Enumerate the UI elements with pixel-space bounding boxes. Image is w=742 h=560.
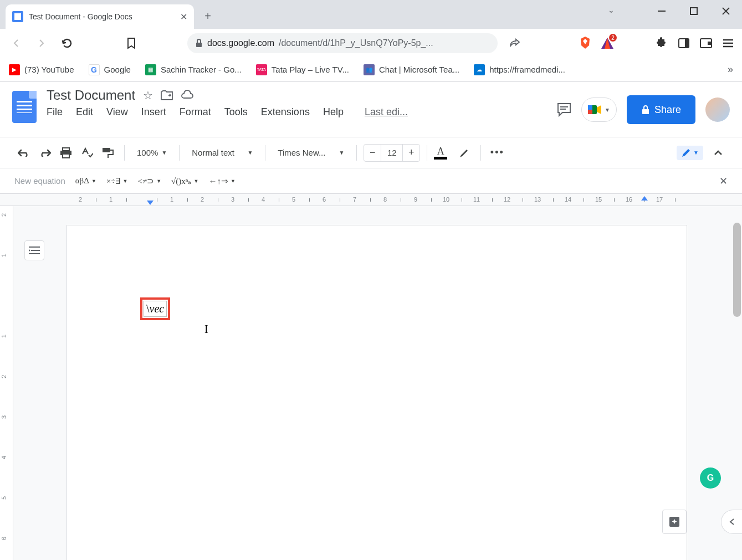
close-equation-toolbar-icon[interactable]: ✕ xyxy=(719,175,728,187)
svg-rect-0 xyxy=(658,11,666,12)
comment-history-icon[interactable] xyxy=(557,102,571,117)
tabs-dropdown-icon[interactable]: ⌄ xyxy=(608,6,615,14)
tab-title: Test Document - Google Docs xyxy=(29,12,175,21)
browser-tab[interactable]: Test Document - Google Docs ✕ xyxy=(6,4,194,29)
youtube-icon: ▶ xyxy=(9,64,20,75)
extensions-icon[interactable] xyxy=(656,37,668,49)
maximize-button[interactable] xyxy=(678,0,710,22)
back-button[interactable] xyxy=(8,35,24,52)
font-value: Times New... xyxy=(278,148,325,157)
grammarly-icon[interactable]: G xyxy=(700,467,721,489)
spellcheck-button[interactable] xyxy=(78,143,96,162)
share-url-icon[interactable] xyxy=(506,35,523,52)
document-page[interactable]: \vec I xyxy=(66,225,687,560)
highlight-button[interactable] xyxy=(455,143,474,162)
google-icon: G xyxy=(89,64,100,75)
undo-button[interactable] xyxy=(14,143,33,162)
bookmarks-overflow-icon[interactable]: » xyxy=(728,64,733,75)
lock-icon xyxy=(641,105,650,115)
pencil-icon xyxy=(681,148,691,158)
svg-rect-8 xyxy=(708,42,712,45)
menu-insert[interactable]: Insert xyxy=(141,106,166,118)
forward-button[interactable] xyxy=(33,35,50,52)
docs-header: Test Document ☆ File Edit View Insert Fo… xyxy=(0,82,742,137)
share-label: Share xyxy=(654,104,681,116)
bookmark-tata[interactable]: TATATata Play – Live TV... xyxy=(256,64,349,75)
close-window-button[interactable] xyxy=(710,0,742,22)
svg-rect-16 xyxy=(63,148,69,151)
svg-point-23 xyxy=(29,250,30,251)
document-area: 21123456 \vec I G xyxy=(0,206,742,560)
menu-file[interactable]: File xyxy=(47,106,63,118)
math-operations-dropdown[interactable]: √()xⁿₐ▼ xyxy=(171,176,198,186)
document-title[interactable]: Test Document xyxy=(47,88,135,103)
star-icon[interactable]: ☆ xyxy=(143,89,153,102)
fontsize-decrease-button[interactable]: − xyxy=(364,147,381,158)
menu-format[interactable]: Format xyxy=(180,106,211,118)
fontsize-input[interactable]: 12 xyxy=(381,145,403,161)
print-button[interactable] xyxy=(57,143,75,162)
redo-button[interactable] xyxy=(35,143,54,162)
explore-button[interactable] xyxy=(662,510,687,534)
svg-rect-4 xyxy=(196,43,202,47)
horizontal-ruler[interactable]: 211234567891011121314151617 xyxy=(0,194,742,206)
menu-view[interactable]: View xyxy=(106,106,128,118)
reload-button[interactable] xyxy=(59,35,75,52)
share-button[interactable]: Share xyxy=(627,95,695,124)
more-toolbar-button[interactable]: ••• xyxy=(488,143,506,162)
new-tab-button[interactable]: + xyxy=(199,8,216,24)
bookmark-icon[interactable] xyxy=(123,35,140,52)
relations-dropdown[interactable]: <≠⊃▼ xyxy=(137,176,161,186)
font-dropdown[interactable]: Times New...▼ xyxy=(272,143,350,162)
brave-rewards-icon[interactable]: 2 xyxy=(601,37,613,49)
style-value: Normal text xyxy=(192,148,234,157)
menu-extensions[interactable]: Extensions xyxy=(261,106,310,118)
vertical-ruler[interactable]: 21123456 xyxy=(0,206,13,560)
brave-shields-icon[interactable] xyxy=(579,37,591,49)
equation-input[interactable]: \vec xyxy=(144,301,167,317)
menu-help[interactable]: Help xyxy=(323,106,344,118)
fontsize-increase-button[interactable]: + xyxy=(403,147,419,158)
cloud-status-icon[interactable] xyxy=(181,90,194,100)
menu-edit[interactable]: Edit xyxy=(76,106,93,118)
chevron-down-icon: ▼ xyxy=(247,150,253,156)
browser-menu-icon[interactable] xyxy=(722,37,734,49)
bookmark-google[interactable]: GGoogle xyxy=(89,64,131,75)
last-edit-link[interactable]: Last edi... xyxy=(365,106,408,118)
zoom-value: 100% xyxy=(137,148,158,157)
new-equation-label[interactable]: New equation xyxy=(14,176,65,186)
bookmark-framed[interactable]: ☁https://framedmedi... xyxy=(474,64,565,75)
zoom-dropdown[interactable]: 100%▼ xyxy=(131,143,172,162)
docs-logo-icon[interactable] xyxy=(12,91,37,123)
menu-tools[interactable]: Tools xyxy=(224,106,248,118)
meet-button[interactable]: ▼ xyxy=(581,97,617,122)
svg-rect-6 xyxy=(685,39,689,48)
style-dropdown[interactable]: Normal text▼ xyxy=(186,143,258,162)
bookmark-teams[interactable]: 👥Chat | Microsoft Tea... xyxy=(364,64,459,75)
collapse-toolbar-button[interactable] xyxy=(709,143,728,162)
bookmark-youtube[interactable]: ▶(73) YouTube xyxy=(9,64,74,75)
sidebar-icon[interactable] xyxy=(678,37,690,49)
side-panel-toggle-button[interactable] xyxy=(721,510,742,534)
greek-letters-dropdown[interactable]: αβΔ▼ xyxy=(75,176,96,186)
bookmark-sachin[interactable]: ▦Sachin Tracker - Go... xyxy=(145,64,242,75)
url-box[interactable]: docs.google.com/document/d/1hP_y_UsnQ7Yo… xyxy=(187,33,498,53)
svg-rect-15 xyxy=(642,109,649,114)
misc-operators-dropdown[interactable]: ×÷∃▼ xyxy=(106,176,128,186)
svg-rect-13 xyxy=(588,105,592,110)
main-toolbar: 100%▼ Normal text▼ Times New...▼ − 12 + … xyxy=(0,137,742,168)
editing-mode-button[interactable]: ▼ xyxy=(677,146,703,160)
move-icon[interactable] xyxy=(161,90,173,100)
user-avatar[interactable] xyxy=(705,97,730,122)
vertical-scrollbar[interactable] xyxy=(733,223,741,317)
minimize-button[interactable] xyxy=(646,0,678,22)
wallet-icon[interactable] xyxy=(700,37,712,49)
text-color-button[interactable]: A xyxy=(434,146,447,160)
outline-toggle-button[interactable] xyxy=(24,240,44,260)
tab-close-icon[interactable]: ✕ xyxy=(180,12,187,22)
paint-format-button[interactable] xyxy=(99,143,117,162)
teams-icon: 👥 xyxy=(364,64,375,75)
address-bar: docs.google.com/document/d/1hP_y_UsnQ7Yo… xyxy=(0,29,742,58)
arrows-dropdown[interactable]: ←↑⇒▼ xyxy=(208,176,235,186)
lock-icon xyxy=(195,39,203,48)
